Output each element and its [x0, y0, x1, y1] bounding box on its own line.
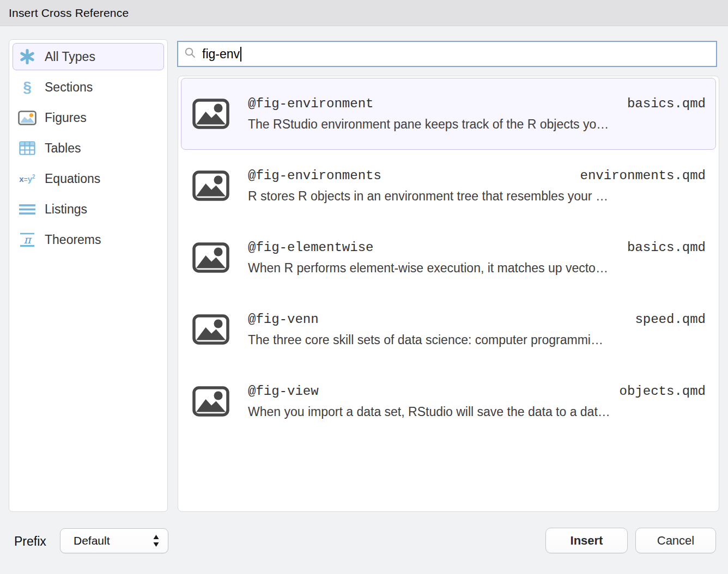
- result-ref-id: @fig-environment: [248, 96, 373, 111]
- cancel-button[interactable]: Cancel: [635, 528, 716, 553]
- result-text: @fig-environmentsenvironments.qmdR store…: [248, 168, 706, 204]
- result-ref-id: @fig-elementwise: [248, 240, 373, 255]
- asterisk-icon: [18, 47, 37, 66]
- equation-icon: x=y2: [18, 169, 37, 188]
- result-text: @fig-viewobjects.qmdWhen you import a da…: [248, 384, 706, 419]
- result-description: R stores R objects in an environment tre…: [248, 189, 706, 204]
- result-file-name: environments.qmd: [580, 168, 706, 183]
- result-file-name: basics.qmd: [627, 96, 706, 111]
- sidebar-item-all-types[interactable]: All Types: [13, 43, 164, 70]
- theorem-icon: π: [18, 230, 37, 249]
- result-description: When you import a data set, RStudio will…: [248, 405, 706, 419]
- result-row[interactable]: @fig-environmentsenvironments.qmdR store…: [181, 150, 716, 222]
- search-icon: [184, 47, 196, 61]
- sidebar-item-listings[interactable]: Listings: [13, 196, 164, 223]
- result-row[interactable]: @fig-viewobjects.qmdWhen you import a da…: [181, 365, 716, 437]
- sidebar-item-label: Equations: [45, 172, 100, 186]
- result-row[interactable]: @fig-elementwisebasics.qmdWhen R perform…: [181, 222, 716, 294]
- section-icon: §: [18, 78, 37, 96]
- result-row[interactable]: @fig-vennspeed.qmdThe three core skill s…: [181, 294, 716, 365]
- figure-image-icon: [192, 314, 229, 345]
- sidebar-item-label: Figures: [45, 111, 87, 125]
- sidebar-item-theorems[interactable]: πTheorems: [13, 226, 164, 253]
- prefix-selected-value: Default: [74, 534, 153, 547]
- sidebar-item-label: Theorems: [45, 233, 101, 247]
- figure-image-icon: [192, 242, 229, 273]
- prefix-dropdown[interactable]: Default: [60, 528, 168, 553]
- updown-arrows-icon: [153, 534, 160, 547]
- svg-text:π: π: [23, 233, 32, 246]
- result-row[interactable]: @fig-environmentbasics.qmdThe RStudio en…: [181, 78, 716, 150]
- result-file-name: basics.qmd: [627, 240, 706, 255]
- search-input-value: fig-env: [202, 47, 240, 62]
- result-description: The RStudio environment pane keeps track…: [248, 117, 706, 132]
- figure-icon: [18, 108, 37, 127]
- result-text: @fig-vennspeed.qmdThe three core skill s…: [248, 312, 706, 347]
- sidebar-item-tables[interactable]: Tables: [13, 135, 164, 162]
- result-ref-id: @fig-venn: [248, 312, 319, 327]
- sidebar-item-label: Tables: [45, 141, 81, 156]
- sidebar-item-figures[interactable]: Figures: [13, 104, 164, 131]
- result-text: @fig-elementwisebasics.qmdWhen R perform…: [248, 240, 706, 276]
- sidebar-item-label: All Types: [45, 50, 95, 64]
- sidebar-item-label: Sections: [45, 80, 93, 95]
- table-icon: [18, 139, 37, 157]
- figure-image-icon: [192, 386, 229, 417]
- result-file-name: speed.qmd: [635, 312, 706, 327]
- sidebar-item-label: Listings: [45, 202, 87, 217]
- result-file-name: objects.qmd: [620, 384, 706, 399]
- sidebar-item-equations[interactable]: x=y2Equations: [13, 165, 164, 192]
- prefix-label: Prefix: [14, 534, 46, 549]
- type-filter-panel: All Types§SectionsFiguresTablesx=y2Equat…: [9, 39, 168, 512]
- sidebar-item-sections[interactable]: §Sections: [13, 74, 164, 101]
- result-description: When R performs element-wise execution, …: [248, 261, 706, 276]
- dialog-titlebar: Insert Cross Reference: [0, 0, 728, 26]
- figure-image-icon: [192, 170, 229, 201]
- result-ref-id: @fig-view: [248, 384, 319, 399]
- dialog-title: Insert Cross Reference: [9, 7, 129, 20]
- result-ref-id: @fig-environments: [248, 168, 381, 183]
- figure-image-icon: [192, 99, 229, 129]
- insert-button[interactable]: Insert: [545, 528, 628, 553]
- search-input[interactable]: fig-env: [177, 41, 717, 67]
- listing-icon: [18, 200, 37, 218]
- text-cursor: [240, 47, 241, 62]
- result-text: @fig-environmentbasics.qmdThe RStudio en…: [248, 96, 706, 132]
- results-list: @fig-environmentbasics.qmdThe RStudio en…: [178, 76, 719, 512]
- result-description: The three core skill sets of data scienc…: [248, 333, 706, 347]
